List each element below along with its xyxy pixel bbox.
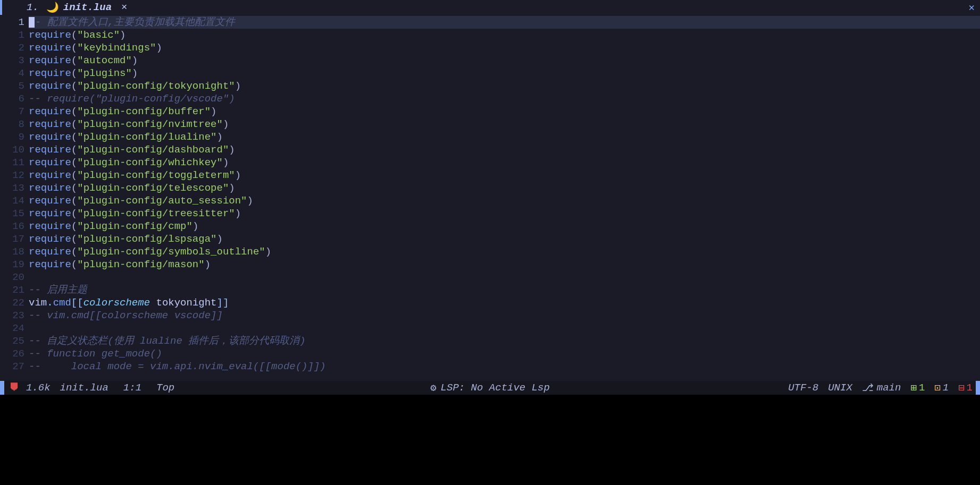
git-modified-count: 1 <box>943 382 949 394</box>
code-line[interactable]: -- 启用主题 <box>29 284 980 296</box>
code-line[interactable]: require("basic") <box>29 29 980 41</box>
code-line[interactable] <box>29 271 980 284</box>
line-number-gutter: 1123456789101112131415161718192021222324… <box>0 16 29 381</box>
code-line[interactable]: require("plugin-config/lspsaga") <box>29 233 980 245</box>
code-line[interactable]: require("plugin-config/tokyonight") <box>29 80 980 92</box>
line-number: 14 <box>0 194 24 207</box>
line-number: 9 <box>0 131 24 143</box>
close-all-icon[interactable]: ✕ <box>969 1 975 14</box>
editor-area[interactable]: 1123456789101112131415161718192021222324… <box>0 15 980 381</box>
dot-icon: ⊡ <box>934 381 940 394</box>
line-number: 15 <box>0 207 24 220</box>
code-line[interactable]: -- vim.cmd[[colorscheme vscode]] <box>29 309 980 322</box>
plus-icon: ⊞ <box>910 381 916 394</box>
line-number: 1 <box>0 29 24 41</box>
code-line[interactable]: -- function get_mode() <box>29 347 980 360</box>
git-added-count: 1 <box>919 382 925 394</box>
line-number: 8 <box>0 118 24 131</box>
code-line[interactable]: require("plugin-config/symbols_outline") <box>29 245 980 258</box>
line-number: 24 <box>0 322 24 335</box>
fileformat: UNIX <box>828 382 852 394</box>
cursor-position: 1:1 <box>123 382 141 394</box>
code-line[interactable]: require("plugin-config/dashboard") <box>29 143 980 156</box>
line-number: 23 <box>0 309 24 322</box>
encoding: UTF-8 <box>788 382 818 394</box>
line-number: 11 <box>0 156 24 169</box>
bufferline: 1. 🌙 init.lua × ✕ <box>0 0 980 15</box>
statusline: ⛊ 1.6k init.lua 1:1 Top ⚙ LSP: No Active… <box>0 381 980 395</box>
code-line[interactable]: -- 自定义状态栏(使用 lualine 插件后，该部分代码取消) <box>29 335 980 347</box>
scroll-position: Top <box>156 382 174 394</box>
git-branch: ⎇ main <box>862 381 901 394</box>
line-number: 18 <box>0 245 24 258</box>
line-number: 13 <box>0 182 24 194</box>
line-number: 20 <box>0 271 24 284</box>
branch-name: main <box>877 382 901 394</box>
line-number: 3 <box>0 54 24 67</box>
git-added: ⊞ 1 <box>910 381 925 394</box>
line-number: 1 <box>0 16 24 29</box>
branch-icon: ⎇ <box>862 381 874 394</box>
code-line[interactable]: require("plugin-config/buffer") <box>29 105 980 118</box>
code-line[interactable]: require("plugin-config/nvimtree") <box>29 118 980 131</box>
line-number: 16 <box>0 220 24 233</box>
shield-icon: ⛊ <box>10 382 20 394</box>
code-line[interactable] <box>29 322 980 335</box>
code-line[interactable]: require("plugin-config/cmp") <box>29 220 980 233</box>
line-number: 4 <box>0 67 24 80</box>
code-line[interactable]: vim.cmd[[colorscheme tokyonight]] <box>29 296 980 309</box>
status-right: UTF-8 UNIX ⎇ main ⊞ 1 ⊡ 1 ⊟ 1 <box>788 381 976 394</box>
line-number: 6 <box>0 92 24 105</box>
git-removed: ⊟ 1 <box>958 381 973 394</box>
gear-icon: ⚙ <box>430 381 436 394</box>
code-line[interactable]: require("plugin-config/telescope") <box>29 182 980 194</box>
line-number: 5 <box>0 80 24 92</box>
line-number: 7 <box>0 105 24 118</box>
left-indicator <box>0 0 2 15</box>
code-line[interactable]: - 配置文件入口,主要负责加载其他配置文件 <box>29 16 980 29</box>
code-line[interactable]: require("plugin-config/treesitter") <box>29 207 980 220</box>
line-number: 27 <box>0 360 24 373</box>
code-line[interactable]: require("plugin-config/lualine") <box>29 131 980 143</box>
tab-number: 1. <box>27 2 39 13</box>
line-number: 17 <box>0 233 24 245</box>
code-line[interactable]: require("plugin-config/toggleterm") <box>29 169 980 182</box>
cursor <box>29 17 35 28</box>
code-content[interactable]: - 配置文件入口,主要负责加载其他配置文件require("basic")req… <box>29 16 980 381</box>
lsp-status: ⚙ LSP: No Active Lsp <box>430 381 550 394</box>
line-number: 22 <box>0 296 24 309</box>
right-indicator <box>976 381 980 395</box>
terminal-area <box>0 395 980 485</box>
code-line[interactable]: require("plugin-config/mason") <box>29 258 980 271</box>
line-number: 19 <box>0 258 24 271</box>
line-number: 26 <box>0 347 24 360</box>
code-line[interactable]: require("plugin-config/auto_session") <box>29 194 980 207</box>
mode-indicator <box>0 381 4 395</box>
lsp-text: LSP: No Active Lsp <box>441 382 550 394</box>
tab-filename: init.lua <box>63 2 112 13</box>
code-line[interactable]: require("autocmd") <box>29 54 980 67</box>
code-line[interactable]: require("plugins") <box>29 67 980 80</box>
line-number: 12 <box>0 169 24 182</box>
code-line[interactable]: -- require("plugin-config/vscode") <box>29 92 980 105</box>
line-number: 2 <box>0 41 24 54</box>
buffer-tab[interactable]: 1. 🌙 init.lua × <box>0 1 135 14</box>
git-removed-count: 1 <box>967 382 973 394</box>
tab-close-icon[interactable]: × <box>121 2 127 13</box>
code-line[interactable]: require("plugin-config/whichkey") <box>29 156 980 169</box>
file-size: 1.6k <box>26 382 51 394</box>
code-line[interactable]: require("keybindings") <box>29 41 980 54</box>
code-line[interactable]: -- local mode = vim.api.nvim_eval([[mode… <box>29 360 980 373</box>
minus-icon: ⊟ <box>958 381 964 394</box>
line-number: 10 <box>0 143 24 156</box>
git-modified: ⊡ 1 <box>934 381 949 394</box>
status-filename: init.lua <box>60 382 108 394</box>
lua-icon: 🌙 <box>46 1 59 14</box>
line-number: 25 <box>0 335 24 347</box>
line-number: 21 <box>0 284 24 296</box>
